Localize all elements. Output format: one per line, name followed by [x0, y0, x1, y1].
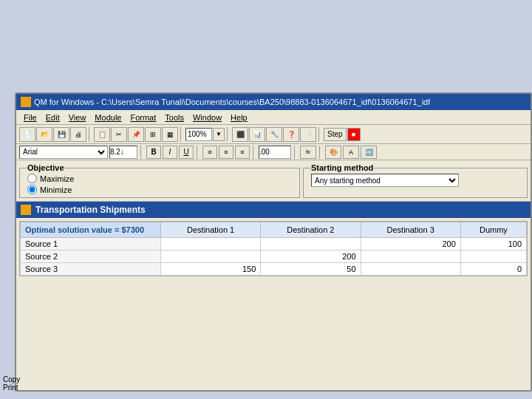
grid-btn[interactable]: ▦: [162, 127, 178, 142]
font-select[interactable]: Arial: [19, 146, 108, 159]
bold-button[interactable]: B: [146, 146, 161, 159]
icon-btn2[interactable]: 📊: [249, 127, 265, 142]
icon-btn1[interactable]: ⬛: [232, 127, 248, 142]
menu-edit[interactable]: Edit: [41, 112, 64, 123]
starting-method-fieldset: Starting method Any starting method: [303, 163, 528, 198]
paste-btn[interactable]: 📌: [128, 127, 144, 142]
icon-btn3[interactable]: 🔧: [266, 127, 282, 142]
cut-btn[interactable]: ✂: [111, 127, 127, 142]
source2-dest3: [361, 250, 460, 263]
font-size-input[interactable]: [109, 146, 137, 159]
open-button[interactable]: 📂: [36, 127, 52, 142]
optimal-label-cell: Optimal solution value = $7300: [21, 222, 161, 238]
transport-section: Transportation Shipments Optimal solutio…: [16, 202, 531, 276]
window-title: QM for Windows - C:\Users\Semra Tunali\D…: [34, 98, 430, 106]
print-label: Print: [3, 383, 20, 392]
table-row: Source 2 200: [21, 250, 527, 263]
align-center[interactable]: ≡: [219, 146, 233, 159]
bottom-labels: Copy Print: [3, 375, 20, 392]
format-sep3: [253, 146, 256, 159]
transport-title: Transportation Shipments: [35, 205, 146, 215]
table-btn[interactable]: ⊞: [145, 127, 161, 142]
align-left[interactable]: ≡: [202, 146, 217, 159]
save-button[interactable]: 💾: [53, 127, 69, 142]
menu-tools[interactable]: Tools: [160, 112, 188, 123]
col-dest3: Destination 3: [361, 222, 460, 238]
menu-bar: File Edit View Module Format Tools Windo…: [16, 110, 531, 125]
starting-method-legend: Starting method: [311, 163, 373, 172]
format-sep2: [197, 146, 200, 159]
col-dest1: Destination 1: [161, 222, 261, 238]
formula-btn[interactable]: fx: [300, 146, 316, 159]
toolbar-sep4: [318, 127, 321, 142]
new-button[interactable]: 📄: [19, 127, 35, 142]
source2-dummy: [460, 250, 526, 263]
color-btn1[interactable]: 🎨: [325, 146, 341, 159]
toolbar-sep3: [227, 127, 230, 142]
minimize-radio[interactable]: [27, 185, 37, 194]
toolbar: 📄 📂 💾 🖨 📋 ✂ 📌 ⊞ ▦ 100% ▼ ⬛ 📊 🔧 ❓ ❔ Step …: [16, 125, 531, 144]
help-btn[interactable]: ❔: [300, 127, 316, 142]
title-icon: [21, 97, 31, 107]
maximize-radio[interactable]: [27, 174, 37, 183]
source3-dest3: [361, 263, 460, 276]
underline-button[interactable]: U: [179, 146, 194, 159]
maximize-label[interactable]: Maximize: [27, 174, 292, 183]
zoom-display: 100%: [185, 128, 212, 141]
radio-group: Maximize Minimize: [27, 174, 292, 194]
objective-legend: Objective: [27, 163, 64, 172]
format-sep5: [319, 146, 322, 159]
table-header-row: Optimal solution value = $7300 Destinati…: [21, 222, 527, 238]
source3-label: Source 3: [21, 263, 161, 276]
options-row: Objective Maximize Minimize Starting met…: [16, 160, 531, 202]
source2-dest1: [161, 250, 261, 263]
minimize-label[interactable]: Minimize: [27, 185, 292, 194]
format-sep4: [294, 146, 297, 159]
menu-module[interactable]: Module: [90, 112, 126, 123]
italic-button[interactable]: I: [163, 146, 177, 159]
menu-file[interactable]: File: [19, 112, 41, 123]
source3-dest2: 50: [261, 263, 361, 276]
menu-view[interactable]: View: [64, 112, 91, 123]
copy-btn[interactable]: 📋: [94, 127, 110, 142]
main-window: QM for Windows - C:\Users\Semra Tunali\D…: [15, 92, 532, 392]
format-sep1: [140, 146, 143, 159]
source1-dest2: [261, 238, 361, 250]
source3-dest1: 150: [161, 263, 261, 276]
align-right[interactable]: ≡: [235, 146, 250, 159]
table-row: Source 3 150 50 0: [21, 263, 527, 276]
menu-format[interactable]: Format: [126, 112, 160, 123]
source2-dest2: 200: [261, 250, 361, 263]
source1-label: Source 1: [21, 238, 161, 250]
source2-label: Source 2: [21, 250, 161, 263]
table-row: Source 1 200 100: [21, 238, 527, 250]
starting-method-select[interactable]: Any starting method: [311, 174, 459, 187]
source1-dest3: 200: [361, 238, 460, 250]
col-dest2: Destination 2: [261, 222, 361, 238]
table-container: Optimal solution value = $7300 Destinati…: [19, 221, 528, 276]
color-btn2[interactable]: A: [343, 146, 359, 159]
color-btn3[interactable]: 🔤: [361, 146, 377, 159]
step-button[interactable]: Step: [324, 128, 347, 141]
source1-dummy: 100: [460, 238, 526, 250]
transport-table: Optimal solution value = $7300 Destinati…: [20, 222, 527, 276]
source1-dest1: [161, 238, 261, 250]
icon-btn4[interactable]: ❓: [283, 127, 299, 142]
decimal-input[interactable]: [259, 146, 291, 159]
format-bar: Arial Arial B I U ≡ ≡ ≡ fx 🎨 A 🔤: [16, 144, 531, 160]
print-button[interactable]: 🖨: [70, 127, 86, 142]
title-bar: QM for Windows - C:\Users\Semra Tunali\D…: [16, 94, 531, 110]
stop-button[interactable]: ■: [347, 128, 361, 141]
menu-window[interactable]: Window: [188, 112, 226, 123]
transport-icon: [21, 205, 31, 215]
menu-help[interactable]: Help: [226, 112, 252, 123]
toolbar-sep1: [89, 127, 92, 142]
copy-label: Copy: [3, 375, 20, 383]
objective-fieldset: Objective Maximize Minimize: [19, 163, 300, 198]
toolbar-sep2: [180, 127, 183, 142]
zoom-dropdown[interactable]: ▼: [213, 128, 225, 141]
col-dummy: Dummy: [460, 222, 526, 238]
source3-dummy: 0: [460, 263, 526, 276]
transport-header: Transportation Shipments: [16, 202, 531, 218]
